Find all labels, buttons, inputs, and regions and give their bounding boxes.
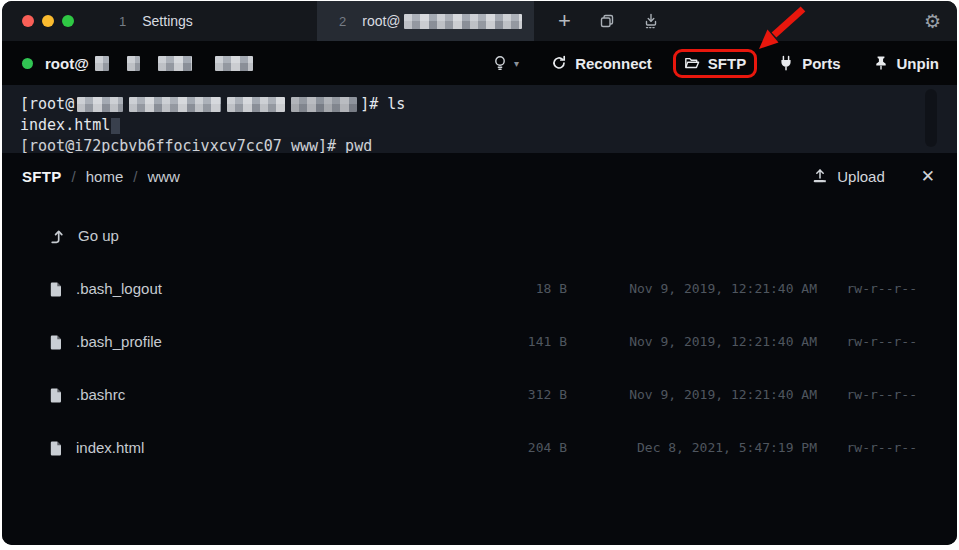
sftp-header: SFTP / home / www Upload ✕ (2, 153, 957, 199)
sftp-label: SFTP (708, 55, 746, 72)
breadcrumb: SFTP / home / www (22, 168, 180, 185)
terminal-output[interactable]: [root@]# ls index.html [root@i72pcbvb6ff… (2, 85, 957, 153)
tab-bar-actions: + (558, 10, 659, 32)
sftp-button[interactable]: SFTP (684, 55, 746, 72)
file-permissions: rw-r--r-- (837, 281, 917, 296)
file-list: Go up .bash_logout 18 B Nov 9, 2019, 12:… (2, 199, 957, 474)
tab-terminal-active[interactable]: 2 root@ (317, 1, 534, 41)
sftp-panel: SFTP / home / www Upload ✕ (2, 153, 957, 545)
open-folder-icon (684, 55, 700, 71)
file-row[interactable]: .bash_logout 18 B Nov 9, 2019, 12:21:40 … (2, 262, 957, 315)
tab-label: Settings (142, 13, 193, 29)
file-name: .bash_profile (76, 333, 493, 350)
breadcrumb-segment-home[interactable]: home (86, 168, 124, 185)
zoom-window-button[interactable] (62, 15, 74, 27)
reconnect-label: Reconnect (575, 55, 652, 72)
redacted-host-part (215, 56, 253, 71)
new-window-icon[interactable] (599, 13, 615, 29)
host-toolbar: root@ ▾ Reconnect (2, 41, 957, 85)
go-up-row[interactable]: Go up (2, 209, 957, 262)
connection-status: root@ (2, 55, 256, 72)
reconnect-button[interactable]: Reconnect (551, 55, 652, 72)
file-row[interactable]: .bashrc 312 B Nov 9, 2019, 12:21:40 AM r… (2, 368, 957, 421)
file-modified: Nov 9, 2019, 12:21:40 AM (567, 281, 817, 296)
downloads-transfers-icon[interactable] (643, 13, 659, 29)
plug-icon (778, 55, 794, 71)
terminal-cursor (111, 118, 120, 134)
redacted-host-part (127, 56, 140, 71)
reconnect-icon (551, 55, 567, 71)
file-icon (48, 281, 64, 297)
pin-icon (873, 55, 889, 71)
new-tab-button[interactable]: + (558, 10, 571, 32)
settings-gear-icon[interactable]: ⚙ (924, 12, 941, 31)
breadcrumb-segment-www[interactable]: www (147, 168, 180, 185)
redacted-hostname (404, 14, 522, 29)
redacted-host-part (95, 56, 109, 71)
terminal-line: index.html (20, 115, 957, 136)
redacted-terminal-text (77, 97, 123, 112)
redacted-terminal-text (291, 97, 357, 112)
host-actions: ▾ Reconnect SFTP (492, 55, 957, 72)
ports-label: Ports (802, 55, 840, 72)
upload-icon (812, 168, 828, 184)
file-icon (48, 387, 64, 403)
minimize-window-button[interactable] (42, 15, 54, 27)
breadcrumb-root[interactable]: SFTP (22, 168, 62, 185)
file-row[interactable]: .bash_profile 141 B Nov 9, 2019, 12:21:4… (2, 315, 957, 368)
terminal-scrollbar[interactable] (925, 89, 937, 147)
file-modified: Nov 9, 2019, 12:21:40 AM (567, 334, 817, 349)
file-icon (48, 440, 64, 456)
terminal-line-clipped: [root@i72pcbvb6ffocivxcv7cc07 www]# pwd (20, 136, 957, 153)
tab-settings[interactable]: 1 Settings (74, 1, 317, 41)
ports-button[interactable]: Ports (778, 55, 840, 72)
tab-number: 2 (339, 14, 346, 29)
file-row[interactable]: index.html 204 B Dec 8, 2021, 5:47:19 PM… (2, 421, 957, 474)
redacted-host-part (158, 56, 192, 71)
traffic-lights (2, 15, 74, 27)
suggestions-control[interactable]: ▾ (492, 55, 519, 71)
file-icon (48, 334, 64, 350)
tab-number: 1 (119, 14, 126, 29)
redacted-terminal-text (227, 97, 285, 112)
app-window: 1 Settings 2 root@ + (2, 1, 957, 545)
tab-label: root@ (362, 13, 400, 29)
file-permissions: rw-r--r-- (837, 387, 917, 402)
file-size: 204 B (493, 440, 567, 455)
tab-bar: 1 Settings 2 root@ + (2, 1, 957, 41)
chevron-down-icon: ▾ (514, 58, 519, 69)
connected-status-dot (22, 58, 33, 69)
file-size: 18 B (493, 281, 567, 296)
lightbulb-icon (492, 55, 508, 71)
file-permissions: rw-r--r-- (837, 334, 917, 349)
upload-button[interactable]: Upload (812, 168, 885, 185)
unpin-label: Unpin (897, 55, 940, 72)
file-size: 312 B (493, 387, 567, 402)
go-up-label: Go up (78, 227, 119, 244)
file-modified: Nov 9, 2019, 12:21:40 AM (567, 387, 817, 402)
terminal-line: [root@]# ls (20, 94, 957, 115)
go-up-arrow-icon (48, 228, 64, 244)
host-label: root@ (45, 55, 89, 72)
close-window-button[interactable] (22, 15, 34, 27)
redacted-terminal-text (129, 97, 221, 112)
file-name: .bashrc (76, 386, 493, 403)
file-name: index.html (76, 439, 493, 456)
close-sftp-icon[interactable]: ✕ (921, 168, 935, 185)
file-permissions: rw-r--r-- (837, 440, 917, 455)
unpin-button[interactable]: Unpin (873, 55, 940, 72)
file-modified: Dec 8, 2021, 5:47:19 PM (567, 440, 817, 455)
upload-label: Upload (837, 168, 885, 185)
file-size: 141 B (493, 334, 567, 349)
file-name: .bash_logout (76, 280, 493, 297)
